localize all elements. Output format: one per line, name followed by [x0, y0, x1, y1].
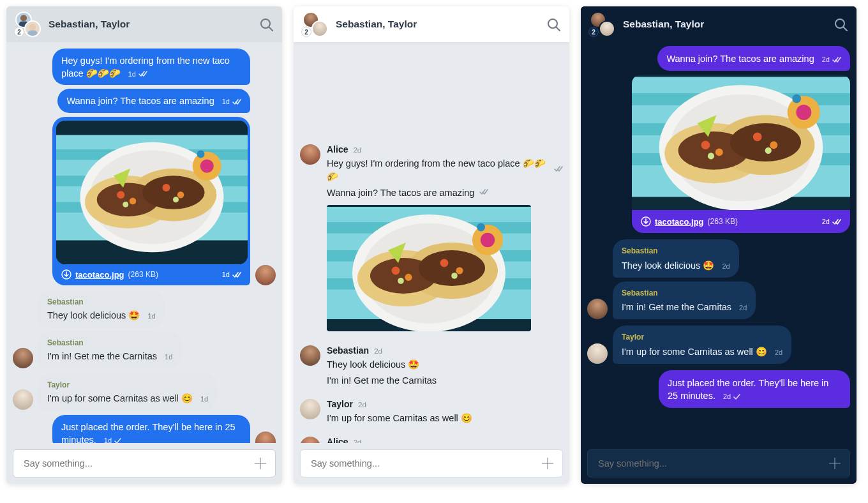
- sender-name: Taylor: [47, 380, 208, 390]
- chat-header: 2 Sebastian, Taylor: [6, 6, 282, 42]
- message-bubble[interactable]: Sebastian I'm in! Get me the Carnitas 1d: [38, 331, 181, 368]
- chat-title: Sebastian, Taylor: [49, 19, 251, 30]
- avatar-taylor: [599, 20, 615, 37]
- composer-box[interactable]: [13, 449, 276, 477]
- message-bubble[interactable]: Taylor I'm up for some Carnitas as well …: [38, 373, 217, 410]
- message-text: Wanna join? The tacos are amazing: [66, 96, 214, 106]
- read-receipt-double-icon: [479, 188, 488, 195]
- panel-bubbles-light: 2 Sebastian, Taylor Hey guys! I'm orderi…: [6, 6, 282, 484]
- message-group: Alice2d Just placed the order. They'll b…: [300, 437, 563, 443]
- avatar-alice[interactable]: [300, 144, 320, 165]
- message-bubble[interactable]: Just placed the order. They'll be here i…: [659, 370, 850, 408]
- message-input[interactable]: [310, 458, 539, 469]
- message-input[interactable]: [22, 458, 252, 469]
- message-thread: Wanna join? The tacos are amazing 2d tac…: [581, 42, 857, 443]
- attachment-filename[interactable]: tacotaco.jpg: [75, 269, 124, 281]
- participants-avatar-stack[interactable]: 2: [590, 11, 615, 37]
- message-time: 1d: [128, 70, 136, 79]
- message-time: 1d: [222, 270, 230, 280]
- message-bubble[interactable]: Wanna join? The tacos are amazing 1d: [57, 89, 250, 113]
- sender-name: Alice: [327, 437, 348, 443]
- message-group: Alice2d Hey guys! I'm ordering from the …: [300, 144, 563, 334]
- message-time: 2d: [723, 392, 731, 402]
- message-text: Hey guys! I'm ordering from the new taco…: [327, 157, 549, 184]
- message-thread: Alice2d Hey guys! I'm ordering from the …: [294, 42, 569, 443]
- message-bubble[interactable]: Just placed the order. They'll be here i…: [52, 415, 250, 443]
- read-receipt-double-icon: [232, 271, 241, 278]
- attachment-image[interactable]: [632, 75, 850, 210]
- message-bubble[interactable]: Sebastian They look delicious 🤩 1d: [38, 290, 165, 327]
- search-icon[interactable]: [546, 17, 560, 31]
- message-text: I'm up for some Carnitas as well 😊: [327, 412, 472, 425]
- attachment-image[interactable]: [327, 205, 531, 331]
- panel-flat: 2 Sebastian, Taylor Alice2d Hey guys! I'…: [294, 6, 569, 484]
- attachment-size: (263 KB): [128, 269, 158, 280]
- message-text: Just placed the order. They'll be here i…: [668, 378, 828, 401]
- read-receipt-double-icon: [138, 70, 147, 77]
- plus-icon[interactable]: [539, 455, 556, 472]
- avatar-taylor[interactable]: [587, 343, 608, 364]
- plus-icon[interactable]: [827, 455, 843, 472]
- message-bubble[interactable]: Hey guys! I'm ordering from the new taco…: [52, 49, 250, 85]
- message-row: Just placed the order. They'll be here i…: [587, 370, 850, 408]
- download-icon[interactable]: [641, 216, 651, 227]
- avatar-alice[interactable]: [255, 432, 276, 443]
- message-input[interactable]: [597, 458, 827, 469]
- sender-name: Sebastian: [622, 288, 747, 299]
- avatar-taylor[interactable]: [300, 399, 320, 419]
- read-receipt-single-icon: [733, 393, 741, 400]
- message-text: They look delicious 🤩: [47, 310, 140, 320]
- image-message-bubble[interactable]: tacotaco.jpg (263 KB) 2d: [632, 75, 850, 233]
- chat-header: 2 Sebastian, Taylor: [294, 6, 569, 42]
- message-time: 2d: [353, 439, 361, 443]
- participant-count-badge: 2: [14, 27, 24, 37]
- message-time: 1d: [222, 97, 230, 107]
- sender-name: Sebastian: [327, 345, 369, 356]
- sender-name: Sebastian: [47, 297, 156, 307]
- composer: [581, 443, 857, 484]
- message-bubble[interactable]: Sebastian They look delicious 🤩 2d: [613, 239, 739, 278]
- message-bubble[interactable]: Wanna join? The tacos are amazing 2d: [657, 46, 850, 71]
- avatar-sebastian[interactable]: [300, 345, 320, 366]
- sender-name: Sebastian: [47, 338, 172, 348]
- read-receipt-single-icon: [114, 437, 122, 443]
- avatar-taylor: [311, 20, 328, 37]
- message-time: 1d: [165, 352, 172, 362]
- composer-box[interactable]: [587, 449, 850, 477]
- avatar-alice[interactable]: [255, 265, 276, 285]
- participants-avatar-stack[interactable]: 2: [303, 11, 328, 37]
- read-receipt-double-icon: [232, 98, 241, 105]
- message-time: 2d: [722, 262, 730, 271]
- plus-icon[interactable]: [252, 455, 269, 472]
- message-bubble[interactable]: Taylor I'm up for some Carnitas as well …: [613, 326, 791, 364]
- message-row: Taylor I'm up for some Carnitas as well …: [13, 373, 276, 410]
- message-text: I'm in! Get me the Carnitas: [47, 351, 157, 361]
- search-icon[interactable]: [834, 17, 848, 31]
- message-bubble[interactable]: Sebastian I'm in! Get me the Carnitas 2d: [613, 282, 756, 320]
- sender-name: Taylor: [327, 399, 353, 409]
- chat-title: Sebastian, Taylor: [623, 19, 826, 30]
- message-time: 1d: [147, 312, 155, 321]
- panel-bubbles-dark: 2 Sebastian, Taylor Wanna join? The taco…: [581, 6, 857, 484]
- participants-avatar-stack[interactable]: 2: [15, 11, 41, 37]
- message-text: I'm up for some Carnitas as well 😊: [47, 393, 193, 403]
- download-icon[interactable]: [61, 269, 71, 280]
- avatar-alice[interactable]: [300, 437, 320, 443]
- composer: [6, 443, 282, 484]
- attachment-image[interactable]: [56, 121, 248, 264]
- avatar-sebastian[interactable]: [13, 348, 33, 368]
- message-time: 2d: [374, 347, 382, 355]
- image-message-bubble[interactable]: tacotaco.jpg (263 KB) 1d: [52, 117, 250, 286]
- attachment-filename[interactable]: tacotaco.jpg: [655, 217, 704, 227]
- message-row: Hey guys! I'm ordering from the new taco…: [13, 49, 276, 285]
- read-receipt-double-icon: [554, 165, 563, 172]
- message-text: I'm up for some Carnitas as well 😊: [622, 347, 767, 357]
- sender-name: Alice: [327, 144, 348, 154]
- avatar-taylor[interactable]: [13, 389, 33, 410]
- avatar-sebastian[interactable]: [587, 299, 608, 319]
- message-time: 1d: [104, 436, 112, 443]
- message-text: They look delicious 🤩: [622, 260, 714, 271]
- composer-box[interactable]: [300, 449, 563, 477]
- chat-title: Sebastian, Taylor: [336, 19, 539, 30]
- search-icon[interactable]: [259, 17, 273, 31]
